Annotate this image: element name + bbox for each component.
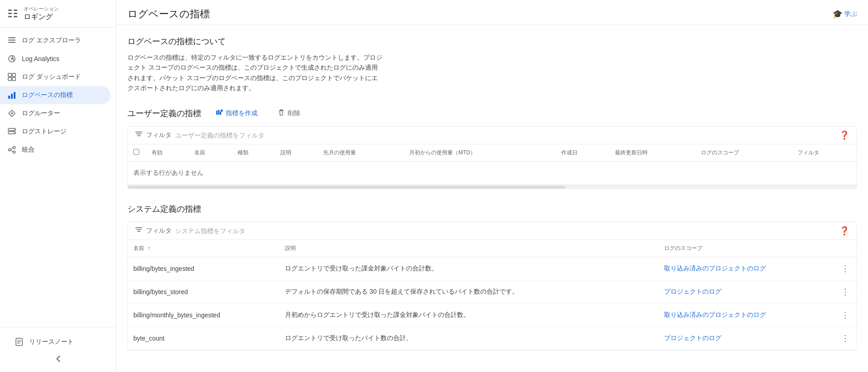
system-metrics-header-row: 名前 ↑ 説明 ログのスコープ <box>128 240 857 257</box>
table-scrollbar[interactable] <box>128 185 857 189</box>
svg-rect-14 <box>8 77 11 81</box>
select-all-checkbox[interactable] <box>133 149 139 155</box>
row-scope: 取り込み済みのプロジェクトのログ <box>659 303 834 326</box>
svg-rect-4 <box>14 13 17 14</box>
sidebar-footer: リリースノート <box>0 327 116 372</box>
svg-rect-12 <box>8 73 11 76</box>
app-title: ロギング <box>24 12 59 22</box>
main-content: ログベースの指標 🎓 学ぶ ログベースの指標について ログベースの指標は、特定の… <box>117 0 868 372</box>
list-icon <box>7 36 16 45</box>
content-body: ログベースの指標について ログベースの指標は、特定のフィルタに一致するログエント… <box>117 25 868 372</box>
app-logo-icon <box>7 8 18 19</box>
user-filter-label: フィルタ <box>146 131 172 139</box>
more-options-button[interactable]: ⋮ <box>839 262 851 275</box>
sidebar-label-log-dashboard: ログ ダッシュボード <box>22 73 81 81</box>
router-icon <box>7 109 16 118</box>
main-header: ログベースの指標 🎓 学ぶ <box>117 0 868 25</box>
sidebar-item-log-metrics[interactable]: ログベースの指標 <box>0 86 111 104</box>
system-metrics-thead: 名前 ↑ 説明 ログのスコープ <box>128 240 857 257</box>
storage-icon <box>7 127 16 136</box>
system-filter-left: フィルタ <box>135 226 312 235</box>
row-actions: ⋮ <box>834 280 857 303</box>
row-description: ログエントリで受け取ったバイト数の合計。 <box>279 326 659 350</box>
user-metrics-title: ユーザー定義の指標 <box>127 108 201 119</box>
sidebar-item-log-dashboard[interactable]: ログ ダッシュボード <box>0 68 111 86</box>
col-name: 名前 <box>189 144 232 162</box>
svg-rect-13 <box>12 73 15 76</box>
create-metric-label: 指標を作成 <box>226 109 258 117</box>
sidebar-label-release-notes: リリースノート <box>29 338 74 346</box>
delete-metric-button[interactable]: 削除 <box>272 106 306 121</box>
row-description: 月初めからログエントリで受け取った課金対象バイトの合計数。 <box>279 303 659 326</box>
svg-rect-1 <box>8 13 12 14</box>
system-help-icon[interactable]: ❓ <box>839 226 849 236</box>
sidebar-item-release-notes[interactable]: リリースノート <box>7 333 103 351</box>
svg-rect-5 <box>14 16 17 17</box>
table-row: billing/bytes_ingested ログエントリで受け取った課金対象バ… <box>128 257 857 280</box>
table-row: byte_count ログエントリで受け取ったバイト数の合計。 プロジェクトのロ… <box>128 326 857 350</box>
svg-point-11 <box>11 58 13 60</box>
user-metrics-table-container: フィルタ ❓ 有効 名前 種類 説明 <box>127 126 857 189</box>
col-log-scope: ログのスコープ <box>695 144 792 162</box>
delete-metric-label: 削除 <box>288 109 300 117</box>
sidebar-header: オペレーション ロギング <box>0 0 116 28</box>
col-filter: フィルタ <box>792 144 857 162</box>
app-title-group: オペレーション ロギング <box>24 5 59 22</box>
more-options-button[interactable]: ⋮ <box>839 308 851 322</box>
row-scope: 取り込み済みのプロジェクトのログ <box>659 257 834 280</box>
sidebar-nav: ログ エクスプローラ Log Analytics <box>0 28 116 327</box>
svg-rect-33 <box>216 111 218 115</box>
row-actions: ⋮ <box>834 257 857 280</box>
svg-rect-35 <box>220 112 221 115</box>
system-filter-input[interactable] <box>175 227 312 234</box>
scroll-thumb <box>128 186 565 189</box>
system-metrics-tbody: billing/bytes_ingested ログエントリで受け取った課金対象バ… <box>128 257 857 350</box>
row-scope: プロジェクトのログ <box>659 326 834 350</box>
system-metrics-filter-bar: フィルタ ❓ <box>128 222 857 240</box>
sys-col-name[interactable]: 名前 ↑ <box>128 240 279 257</box>
checkbox-header <box>128 144 146 162</box>
sidebar-label-integration: 統合 <box>22 146 35 154</box>
user-help-icon[interactable]: ❓ <box>839 130 849 140</box>
col-last-month: 先月の使用量 <box>318 144 404 162</box>
app-subtitle: オペレーション <box>24 5 59 12</box>
row-scope: プロジェクトのログ <box>659 280 834 303</box>
user-metrics-empty-row: 表示する行がありません <box>128 161 857 184</box>
release-notes-icon <box>15 337 24 347</box>
more-options-button[interactable]: ⋮ <box>839 331 851 345</box>
info-title: ログベースの指標について <box>127 36 857 47</box>
row-name: billing/bytes_stored <box>128 280 279 303</box>
row-name: billing/bytes_ingested <box>128 257 279 280</box>
user-metrics-thead: 有効 名前 種類 説明 先月の使用量 月初からの使用量（MTD） 作成日 最終更… <box>128 144 857 162</box>
sidebar-item-log-analytics[interactable]: Log Analytics <box>0 50 111 68</box>
analytics-icon <box>7 54 16 63</box>
create-metric-icon <box>216 109 223 118</box>
learn-link[interactable]: 🎓 学ぶ <box>832 9 857 19</box>
system-metrics-table: 名前 ↑ 説明 ログのスコープ billing/bytes_ingested ロ… <box>128 240 857 350</box>
create-metric-button[interactable]: 指標を作成 <box>210 106 263 121</box>
sidebar-label-log-storage: ログストレージ <box>22 127 66 136</box>
sidebar-item-log-explorer[interactable]: ログ エクスプローラ <box>0 31 111 50</box>
table-row: billing/bytes_stored デフォルトの保存期間である 30 日を… <box>128 280 857 303</box>
svg-point-24 <box>9 149 11 151</box>
svg-rect-17 <box>11 94 13 99</box>
page-title: ログベースの指標 <box>127 7 210 21</box>
svg-rect-18 <box>14 92 15 99</box>
svg-rect-16 <box>8 96 10 99</box>
sys-col-actions <box>834 240 857 257</box>
sidebar-item-integration[interactable]: 統合 <box>0 141 111 159</box>
sort-asc-icon: ↑ <box>147 245 150 251</box>
sidebar-item-log-storage[interactable]: ログストレージ <box>0 122 111 141</box>
system-metrics-table-container: フィルタ ❓ 名前 ↑ 説明 ログのスコープ <box>127 222 857 351</box>
svg-rect-6 <box>8 37 15 38</box>
user-filter-input[interactable] <box>175 132 312 139</box>
user-metrics-section: ユーザー定義の指標 指標を作成 <box>127 106 857 189</box>
row-actions: ⋮ <box>834 326 857 350</box>
system-filter-icon <box>135 226 142 235</box>
integration-icon <box>7 145 16 154</box>
sidebar-item-log-router[interactable]: ログルーター <box>0 104 111 122</box>
delete-icon <box>278 109 285 118</box>
more-options-button[interactable]: ⋮ <box>839 285 851 299</box>
learn-label: 学ぶ <box>844 10 857 18</box>
sidebar-collapse-button[interactable] <box>7 351 109 367</box>
